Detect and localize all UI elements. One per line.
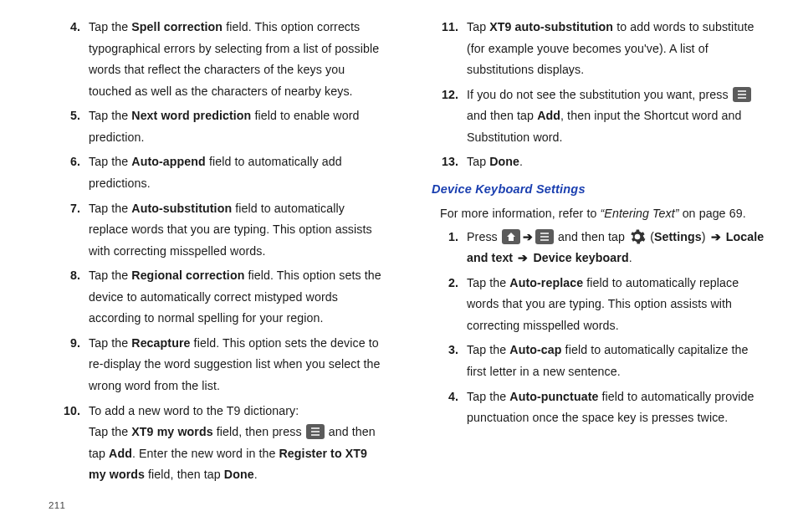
bold: Auto-substitution <box>131 202 232 215</box>
step-11: 11. Tap XT9 auto-substitution to add wor… <box>428 17 765 81</box>
step-text: Tap the Auto-cap field to automatically … <box>467 340 765 382</box>
step-number: 12. <box>428 84 467 149</box>
t: on page 69. <box>683 207 746 220</box>
arrow-icon: ➔ <box>711 230 721 243</box>
gear-icon <box>629 228 646 245</box>
bold: Device keyboard <box>529 251 628 264</box>
step-text: To add a new word to the T9 dictionary: … <box>89 401 386 486</box>
t: ) <box>702 230 709 243</box>
step-text: Tap the Recapture field. This option set… <box>89 333 386 397</box>
t: Tap the <box>89 202 131 215</box>
t: Tap the <box>89 269 131 282</box>
t: Tap <box>467 20 489 33</box>
step-number: 5. <box>50 105 89 148</box>
r-step-4: 4. Tap the Auto-punctuate field to autom… <box>428 386 765 429</box>
right-column: 11. Tap XT9 auto-substitution to add wor… <box>420 17 765 448</box>
t: Tap the <box>89 109 131 122</box>
step-12: 12. If you do not see the substitution y… <box>428 84 765 149</box>
t: For more information, refer to <box>440 207 601 220</box>
t: ( <box>647 230 654 243</box>
step-text: Tap XT9 auto-substitution to add words t… <box>467 17 765 81</box>
t: Tap the <box>89 20 131 33</box>
menu-icon <box>306 424 325 439</box>
step-number: 13. <box>428 151 467 173</box>
step-text: Tap the Regional correction field. This … <box>89 265 386 330</box>
step-number: 11. <box>428 17 467 81</box>
step-text: Tap the Auto-substitution field to autom… <box>89 198 386 263</box>
menu-icon <box>733 87 751 102</box>
t: To add a new word to the T9 dictionary: <box>89 404 299 417</box>
bold: Auto-replace <box>509 276 583 289</box>
step-5: 5. Tap the Next word prediction field to… <box>50 105 386 148</box>
t: and then tap <box>467 109 537 122</box>
bold: Auto-cap <box>509 343 561 356</box>
step-text: Press ➔ and then tap (Settings) ➔ Locale… <box>467 227 765 269</box>
step-4: 4. Tap the Spell correction field. This … <box>50 17 386 102</box>
step-number: 10. <box>50 401 89 486</box>
t: Tap the <box>89 155 131 168</box>
t: . <box>629 251 632 264</box>
step-number: 4. <box>50 17 89 102</box>
bold: Done <box>489 155 519 168</box>
t: Tap the <box>467 390 509 403</box>
t: If you do not see the substitution you w… <box>467 88 732 101</box>
step-9: 9. Tap the Recapture field. This option … <box>50 333 386 397</box>
t: Tap the <box>89 336 131 350</box>
bold: XT9 my words <box>131 425 212 438</box>
step-text: Tap the Auto-replace field to automatica… <box>467 273 765 337</box>
ital: “Entering Text” <box>601 207 683 220</box>
step-text: Tap the Next word prediction field to en… <box>89 105 386 148</box>
step-text: Tap the Auto-append field to automatical… <box>89 151 386 194</box>
page-number: 211 <box>49 500 65 510</box>
bold: Add <box>109 447 132 460</box>
step-7: 7. Tap the Auto-substitution field to au… <box>50 198 386 263</box>
bold: Auto-punctuate <box>509 390 598 403</box>
t: Tap <box>467 155 489 168</box>
step-text: Tap the Auto-punctuate field to automati… <box>467 386 765 429</box>
section-subline: For more information, refer to “Entering… <box>440 203 765 225</box>
r-step-1: 1. Press ➔ and then tap (Settings) ➔ Loc… <box>428 227 765 269</box>
step-number: 6. <box>50 151 89 194</box>
r-step-2: 2. Tap the Auto-replace field to automat… <box>428 273 765 337</box>
step-number: 7. <box>50 198 89 263</box>
step-number: 8. <box>50 265 89 330</box>
t: field, then press <box>213 425 305 438</box>
bold: Regional correction <box>131 269 244 282</box>
r-step-3: 3. Tap the Auto-cap field to automatical… <box>428 340 765 382</box>
bold: Done <box>224 468 254 481</box>
bold: Spell correction <box>131 20 223 33</box>
step-number: 3. <box>428 340 467 382</box>
left-column: 4. Tap the Spell correction field. This … <box>50 17 386 448</box>
step-6: 6. Tap the Auto-append field to automati… <box>50 151 386 194</box>
bold: XT9 auto-substitution <box>489 20 613 33</box>
step-8: 8. Tap the Regional correction field. Th… <box>50 265 386 330</box>
t: Tap the <box>467 276 509 289</box>
page-body: 4. Tap the Spell correction field. This … <box>0 0 798 468</box>
t: Press <box>467 230 501 243</box>
bold: Next word prediction <box>131 109 251 122</box>
bold: Auto-append <box>131 155 206 168</box>
t: . <box>254 468 258 481</box>
step-10: 10. To add a new word to the T9 dictiona… <box>50 401 386 486</box>
t: Tap the <box>89 425 131 438</box>
section-heading: Device Keyboard Settings <box>432 178 765 200</box>
home-icon <box>502 229 520 244</box>
step-number: 1. <box>428 227 467 269</box>
menu-icon <box>535 229 554 244</box>
t: and then tap <box>555 230 628 243</box>
t: Tap the <box>467 343 509 356</box>
step-13: 13. Tap Done. <box>428 151 765 173</box>
step-text: Tap Done. <box>467 151 765 173</box>
step-number: 2. <box>428 273 467 337</box>
step-text: Tap the Spell correction field. This opt… <box>89 17 386 102</box>
t: field, then tap <box>145 468 224 481</box>
step-number: 9. <box>50 333 89 397</box>
t: . Enter the new word in the <box>132 447 279 460</box>
step-text: If you do not see the substitution you w… <box>467 84 765 149</box>
arrow-icon: ➔ <box>523 230 533 243</box>
bold: Add <box>537 109 560 122</box>
bold: Recapture <box>131 336 190 350</box>
t: . <box>519 155 523 168</box>
step-number: 4. <box>428 386 467 429</box>
bold: Settings <box>654 230 702 243</box>
